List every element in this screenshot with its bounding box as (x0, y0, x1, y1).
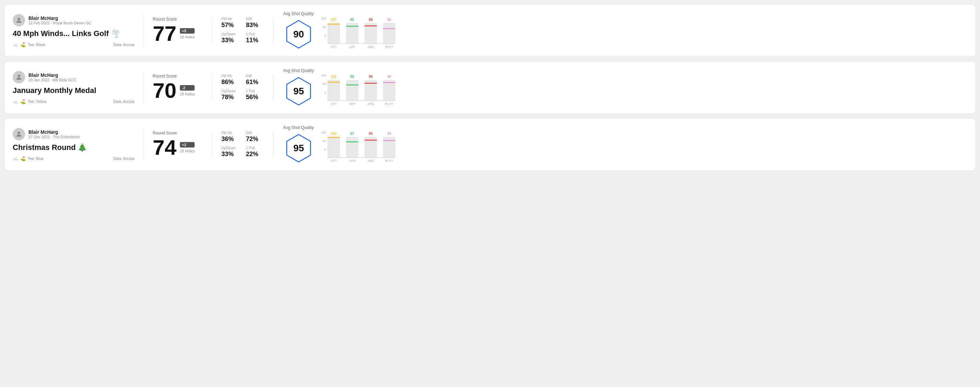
score-detail: +2 18 Holes (180, 142, 195, 153)
bar-value-label: 86 (350, 75, 354, 79)
card-stats: FW Hit 36% GIR 72% Up/Down 33% 1 Putt 22… (212, 131, 274, 158)
y-label-50: 50 (321, 139, 326, 143)
chart-x-label: OTT (328, 45, 340, 49)
quality-score: 90 (293, 29, 304, 40)
bar-wrapper (383, 137, 395, 157)
tee-info: ☁️ ⛳ Tee: Blue (13, 156, 44, 161)
card-quality: Avg Shot Quality 95 100 50 0 (274, 68, 967, 107)
card-footer: ☁️ ⛳ Tee: Blue Data: Arccos (13, 156, 135, 161)
quality-label: Avg Shot Quality (283, 125, 314, 130)
card-stats: FW Hit 57% GIR 83% Up/Down 33% 1 Putt 11… (212, 17, 274, 44)
data-source: Data: Arccos (113, 43, 135, 47)
user-row: Blair McHarg 27 Dec 2021 · The Oxfordshi… (13, 128, 135, 140)
bar-bg (383, 140, 395, 157)
data-source: Data: Arccos (113, 157, 135, 160)
round-card: Blair McHarg 12 Feb 2022 · Royal North D… (4, 4, 976, 57)
chart-x-labels: OTTAPPARGPUTT (328, 159, 395, 163)
y-label-0: 0 (321, 148, 326, 151)
y-label-100: 100 (321, 131, 326, 134)
bar-indicator (346, 84, 358, 86)
chart-x-label: PUTT (383, 159, 395, 163)
user-info: Blair McHarg 12 Feb 2022 · Royal North D… (29, 16, 91, 25)
stat-gir-value: 83% (246, 22, 264, 29)
bar-value-label: 96 (369, 75, 372, 79)
stat-gir: GIR 72% (246, 131, 264, 143)
bar-group: 107 (328, 18, 340, 44)
user-date: 27 Dec 2021 · The Oxfordshire (29, 135, 80, 139)
stat-one-putt-label: 1 Putt (246, 32, 264, 36)
stat-gir-label: GIR (246, 17, 264, 21)
svg-point-4 (18, 132, 20, 134)
cloud-icon: ☁️ (13, 156, 18, 161)
y-label-50: 50 (321, 82, 326, 86)
user-date: 12 Feb 2022 · Royal North Devon GC (29, 21, 91, 25)
quality-score: 95 (293, 86, 304, 97)
quality-label: Avg Shot Quality (283, 68, 314, 73)
bar-value-label: 82 (387, 18, 391, 22)
quality-score: 95 (293, 143, 304, 154)
bar-indicator (364, 82, 377, 84)
stat-fw-hit-label: FW Hit (221, 17, 239, 21)
card-score: Round Score 77 +5 18 Holes (143, 17, 212, 44)
score-main: 77 +5 18 Holes (153, 23, 202, 44)
bar-value-label: 98 (369, 18, 372, 22)
score-detail: -2 18 Holes (180, 85, 195, 96)
bar-indicator (346, 141, 358, 143)
chart-axis-line (328, 100, 395, 101)
flag-icon: ⛳ (20, 99, 26, 104)
bar-bg (328, 137, 340, 157)
tee-info: ☁️ ⛳ Tee: Yellow (13, 99, 47, 104)
stat-fw-hit-label: FW Hit (221, 131, 239, 135)
stat-one-putt-value: 56% (246, 94, 264, 101)
avatar (13, 14, 25, 26)
tee-label: Tee: Black (28, 43, 45, 47)
user-name: Blair McHarg (29, 129, 80, 135)
quality-chart-section: 100 50 0 101 86 (321, 70, 395, 106)
bar-bg (383, 28, 395, 44)
user-icon (15, 73, 23, 81)
stat-gir-value: 72% (246, 135, 264, 143)
chart-with-y: 100 50 0 110 87 (321, 127, 395, 163)
bar-indicator (346, 26, 358, 27)
bar-value-label: 107 (331, 18, 337, 22)
stat-gir-value: 61% (246, 79, 264, 86)
stat-one-putt: 1 Putt 22% (246, 146, 264, 158)
chart-bars: 110 87 95 (328, 127, 395, 157)
hexagon-container: 95 (283, 76, 314, 107)
score-label: Round Score (153, 131, 202, 135)
stat-updown: Up/Down 33% (221, 146, 239, 158)
round-title: Christmas Round 🎄 (13, 143, 135, 152)
stat-one-putt-label: 1 Putt (246, 89, 264, 93)
bar-group: 93 (383, 132, 395, 157)
bar-group: 95 (346, 18, 358, 44)
stat-gir-label: GIR (246, 131, 264, 135)
stat-updown-label: Up/Down (221, 32, 239, 36)
stat-one-putt: 1 Putt 11% (246, 32, 264, 44)
bar-group: 96 (364, 75, 377, 100)
chart-axis-line (328, 44, 395, 44)
chart-x-label: APP (346, 159, 358, 163)
stat-updown: Up/Down 78% (221, 89, 239, 101)
bar-value-label: 95 (350, 18, 354, 22)
stat-updown-label: Up/Down (221, 146, 239, 150)
bar-bg (328, 24, 340, 44)
score-detail: +5 18 Holes (180, 28, 195, 39)
card-quality: Avg Shot Quality 90 100 50 0 (274, 11, 967, 50)
bar-indicator (383, 140, 395, 141)
bar-indicator (328, 82, 340, 82)
bar-bg (328, 82, 340, 100)
user-icon (15, 16, 23, 24)
quality-left: Avg Shot Quality 95 (283, 125, 314, 163)
chart-with-y: 100 50 0 101 86 (321, 70, 395, 106)
bar-group: 95 (364, 132, 377, 157)
card-quality: Avg Shot Quality 95 100 50 0 (274, 125, 967, 163)
bar-bg (364, 25, 377, 44)
chart-x-label: OTT (328, 102, 340, 106)
flag-icon: ⛳ (20, 42, 26, 48)
score-holes: 18 Holes (180, 149, 195, 153)
stat-gir: GIR 83% (246, 17, 264, 29)
round-card: Blair McHarg 27 Dec 2021 · The Oxfordshi… (4, 118, 976, 171)
stat-fw-hit: FW Hit 57% (221, 17, 239, 29)
hexagon-container: 90 (283, 19, 314, 50)
bar-wrapper (346, 137, 358, 157)
